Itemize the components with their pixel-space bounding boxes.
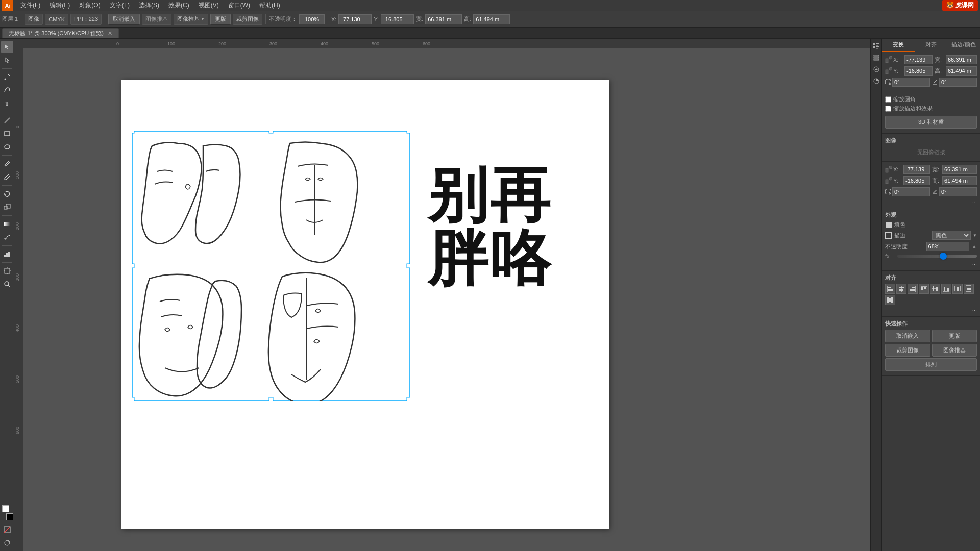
align-right-btn[interactable] (908, 284, 918, 294)
fx-slider[interactable] (897, 255, 977, 258)
panel-angle2-input[interactable] (939, 78, 977, 87)
t2-w-input[interactable] (942, 165, 977, 174)
tab-stroke[interactable]: 描边/颜色 (947, 39, 980, 52)
menu-edit[interactable]: 编辑(E) (45, 0, 74, 11)
quick-embed-btn[interactable]: 取消嵌入 (885, 330, 930, 342)
t2-angle2-input[interactable] (939, 187, 977, 196)
height-input[interactable] (473, 14, 510, 24)
stroke-color[interactable] (6, 513, 13, 520)
fx-slider-thumb[interactable] (940, 253, 947, 260)
transform2-xy-row: X: 宽: (885, 165, 977, 174)
rect-tool[interactable] (1, 128, 13, 140)
tab-transform[interactable]: 变换 (882, 39, 915, 52)
gradient-tool[interactable] (1, 218, 13, 230)
panel-w-input[interactable] (946, 55, 977, 64)
t2-angle1-input[interactable] (892, 187, 930, 196)
svg-text:400: 400 (15, 324, 20, 332)
pen-tool[interactable] (1, 71, 13, 83)
layers-icon[interactable] (871, 53, 881, 63)
opacity-label: 不透明度： (269, 15, 297, 23)
mask-button[interactable]: 图像推基 (142, 14, 172, 25)
menu-text[interactable]: 文字(T) (106, 0, 134, 11)
paintbrush-tool[interactable] (1, 158, 13, 170)
brand-logo: 🐯 虎课网 (942, 0, 978, 11)
crop-button[interactable]: 裁剪图像 (233, 14, 262, 25)
menu-select[interactable]: 选择(S) (135, 0, 163, 11)
align-center-v-btn[interactable] (930, 284, 940, 294)
svg-point-64 (889, 177, 892, 180)
align-top-btn[interactable] (919, 284, 929, 294)
align-center-h-btn[interactable] (896, 284, 906, 294)
quick-arrange-btn[interactable]: 排列 (885, 358, 977, 371)
direct-select-tool[interactable] (1, 54, 13, 66)
panel-angle1-input[interactable] (892, 78, 930, 87)
y-input[interactable] (381, 14, 414, 24)
align-bottom-btn[interactable] (941, 284, 951, 294)
align-more-btn[interactable]: ··· (972, 307, 977, 313)
opacity-increment-up[interactable]: ▲ (971, 243, 977, 249)
artboard-tool[interactable] (1, 265, 13, 277)
none-color[interactable] (1, 523, 13, 536)
3d-materials-button[interactable]: 3D 和材质 (885, 116, 977, 129)
type-tool[interactable]: T (1, 97, 13, 110)
panel-x-input[interactable] (904, 55, 933, 64)
quick-crop-btn[interactable]: 裁剪图像 (885, 344, 930, 357)
svg-rect-73 (899, 289, 903, 291)
appearance-more: ··· (885, 261, 977, 267)
panel-h-input[interactable] (946, 66, 977, 76)
stroke-dropdown[interactable]: 黑色 (932, 231, 971, 240)
eyedropper-tool[interactable] (1, 231, 13, 243)
opacity-input-panel[interactable] (926, 242, 970, 251)
app-logo: Ai (2, 0, 13, 11)
appearance-more-btn[interactable]: ··· (972, 261, 977, 267)
fill-color[interactable] (2, 505, 9, 512)
zoom-tool[interactable] (1, 278, 13, 290)
fill-stroke-indicator[interactable] (1, 505, 13, 520)
line-tool[interactable] (1, 114, 13, 127)
width-input[interactable] (425, 14, 462, 24)
menu-window[interactable]: 窗口(W) (224, 0, 254, 11)
outline-characters-group[interactable] (132, 131, 410, 401)
x-input[interactable] (338, 14, 372, 24)
distribute-v-btn[interactable] (964, 284, 974, 294)
menu-file[interactable]: 文件(F) (16, 0, 44, 11)
panel-y-input[interactable] (904, 66, 933, 76)
menu-view[interactable]: 视图(V) (194, 0, 223, 11)
quick-version-btn[interactable]: 更版 (932, 330, 977, 342)
selection-tool[interactable] (1, 41, 13, 53)
rotate-tool[interactable] (1, 188, 13, 200)
menu-object[interactable]: 对象(O) (75, 0, 104, 11)
opacity-input[interactable] (299, 14, 325, 24)
document-tab[interactable]: 无标题-1* @ 300% (CMYK/CPU 预览) ✕ (2, 28, 119, 38)
embed-button[interactable]: 取消嵌入 (108, 14, 140, 25)
graph-tool[interactable] (1, 248, 13, 260)
t2-x-input[interactable] (903, 165, 930, 174)
quick-mask-btn[interactable]: 图像推基 (932, 344, 977, 357)
version-button[interactable]: 更版 (210, 14, 231, 25)
svg-point-57 (889, 56, 892, 59)
scale-tool[interactable] (1, 201, 13, 213)
close-tab-icon[interactable]: ✕ (108, 30, 112, 37)
align-left-btn[interactable] (885, 284, 895, 294)
curvature-tool[interactable] (1, 84, 13, 96)
align-extra-btn[interactable] (885, 295, 895, 305)
scale-corners-checkbox[interactable] (885, 96, 891, 103)
menu-help[interactable]: 帮助(H) (255, 0, 284, 11)
properties-icon[interactable] (871, 41, 881, 51)
svg-rect-56 (886, 59, 888, 63)
transform-icon-x: X: (885, 55, 933, 64)
tab-align[interactable]: 对齐 (915, 39, 947, 52)
scale-strokes-checkbox[interactable] (885, 106, 891, 112)
t2-y-input[interactable] (903, 176, 930, 185)
pencil-tool[interactable] (1, 171, 13, 183)
distribute-h-btn[interactable] (952, 284, 963, 294)
image-warp-dropdown[interactable]: 图像推基 ▼ (174, 14, 208, 25)
color-mode[interactable] (1, 537, 13, 549)
stroke-label: 描边 (894, 232, 930, 239)
t2-h-input[interactable] (942, 176, 977, 185)
ellipse-tool[interactable] (1, 141, 13, 153)
libraries-icon[interactable] (871, 64, 881, 74)
appearance-icon[interactable] (871, 76, 881, 86)
more-options-btn[interactable]: ··· (972, 198, 977, 205)
menu-effects[interactable]: 效果(C) (164, 0, 193, 11)
